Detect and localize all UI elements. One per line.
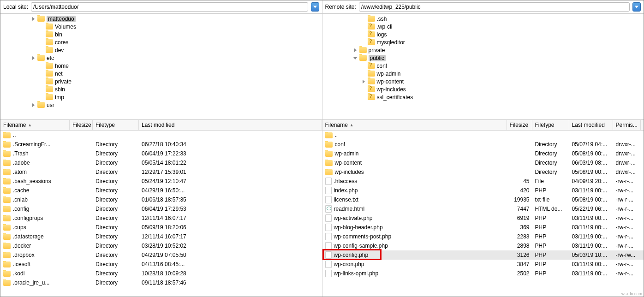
tree-item[interactable]: .ssh: [322, 15, 644, 23]
file-row[interactable]: license.txt19935txt-file05/08/19 00:...-…: [322, 195, 644, 204]
remote-folder-tree[interactable]: .ssh.wp-clilogsmysqleditorprivatepublicc…: [322, 14, 644, 120]
file-row[interactable]: .ScreamingFr...Directory06/27/18 10:40:3…: [0, 140, 322, 149]
expander-icon[interactable]: [361, 24, 366, 29]
file-row[interactable]: .cupsDirectory05/09/19 18:20:06: [0, 223, 322, 232]
tree-item[interactable]: public: [322, 54, 644, 62]
expander-icon[interactable]: [353, 48, 358, 53]
expander-icon[interactable]: [361, 64, 366, 68]
file-row[interactable]: ..: [322, 131, 644, 140]
file-row[interactable]: .bash_sessionsDirectory05/24/19 12:10:47: [0, 177, 322, 186]
tree-item[interactable]: conf: [322, 62, 644, 70]
file-row[interactable]: .oracle_jre_u...Directory09/11/18 18:57:…: [0, 278, 322, 287]
file-row[interactable]: .atomDirectory12/29/17 15:39:01: [0, 167, 322, 177]
expander-icon[interactable]: [39, 87, 44, 92]
col-lastmodified[interactable]: Last modified: [569, 120, 613, 130]
file-type: Directory: [93, 261, 139, 267]
expander-icon[interactable]: [361, 40, 366, 45]
expander-icon[interactable]: [39, 71, 44, 76]
expander-icon[interactable]: [361, 71, 366, 76]
file-row[interactable]: .adobeDirectory05/05/14 18:01:22: [0, 158, 322, 167]
tree-item[interactable]: wp-admin: [322, 70, 644, 77]
local-folder-tree[interactable]: matteoduoVolumesbincoresdevetchomenetpri…: [0, 14, 322, 120]
expander-icon[interactable]: [39, 32, 44, 37]
file-row[interactable]: .dropboxDirectory04/29/19 07:05:50: [0, 250, 322, 260]
remote-list-header[interactable]: Filename▲ Filesize Filetype Last modifie…: [322, 120, 644, 131]
col-filetype[interactable]: Filetype: [532, 120, 569, 130]
tree-item[interactable]: cores: [0, 38, 322, 46]
tree-item[interactable]: bin: [0, 30, 322, 38]
col-filesize[interactable]: Filesize: [70, 120, 93, 130]
expander-icon[interactable]: [31, 17, 36, 21]
file-row[interactable]: wp-includesDirectory05/08/19 00:...drwxr…: [322, 167, 644, 177]
col-lastmodified[interactable]: Last modified: [139, 120, 322, 130]
file-row[interactable]: wp-adminDirectory05/08/19 00:...drwxr-..…: [322, 149, 644, 158]
tree-item[interactable]: dev: [0, 46, 322, 54]
tree-item[interactable]: matteoduo: [0, 15, 322, 23]
tree-item[interactable]: usr: [0, 101, 322, 109]
file-name: wp-activate.php: [334, 215, 373, 221]
tree-item[interactable]: mysqleditor: [322, 38, 644, 46]
file-row[interactable]: wp-contentDirectory06/03/19 08:...drwxr-…: [322, 158, 644, 167]
expander-icon[interactable]: [39, 64, 44, 68]
local-path-dropdown[interactable]: [311, 2, 319, 12]
col-filetype[interactable]: Filetype: [93, 120, 139, 130]
file-row[interactable]: readme.html7447HTML do...05/22/19 06:...…: [322, 204, 644, 214]
file-row[interactable]: wp-activate.php6919PHP03/11/19 00:...-rw…: [322, 214, 644, 223]
tree-item[interactable]: sbin: [0, 85, 322, 93]
file-row[interactable]: wp-config.php3126PHP05/03/19 10:...-rw-r…: [322, 250, 644, 260]
col-filename[interactable]: Filename▲: [322, 120, 507, 130]
tree-item[interactable]: .wp-cli: [322, 23, 644, 30]
file-row[interactable]: wp-blog-header.php369PHP03/11/19 00:...-…: [322, 223, 644, 232]
local-list-header[interactable]: Filename▲ Filesize Filetype Last modifie…: [0, 120, 322, 131]
local-file-rows[interactable]: ...ScreamingFr...Directory06/27/18 10:40…: [0, 131, 322, 297]
file-row[interactable]: .configDirectory06/04/19 17:29:53: [0, 204, 322, 214]
file-row[interactable]: wp-cron.php3847PHP03/11/19 00:...-rw-r-.…: [322, 260, 644, 269]
tree-item[interactable]: Volumes: [0, 23, 322, 30]
expander-icon[interactable]: [361, 17, 366, 21]
expander-icon[interactable]: [39, 48, 44, 53]
expander-icon[interactable]: [39, 24, 44, 29]
expander-icon[interactable]: [361, 87, 366, 92]
file-row[interactable]: wp-comments-post.php2283PHP03/11/19 00:.…: [322, 232, 644, 241]
expander-icon[interactable]: [361, 95, 366, 100]
expander-icon[interactable]: [361, 32, 366, 37]
tree-item[interactable]: logs: [322, 30, 644, 38]
file-row[interactable]: ..: [0, 131, 322, 140]
file-row[interactable]: .cnlabDirectory01/06/18 18:57:35: [0, 195, 322, 204]
file-row[interactable]: .datastorageDirectory12/11/14 16:07:17: [0, 232, 322, 241]
file-row[interactable]: .htaccess45File04/09/19 20:...-rw-r-...: [322, 177, 644, 186]
tree-item[interactable]: private: [0, 77, 322, 85]
file-row[interactable]: confDirectory05/07/19 04:...drwxr-...: [322, 140, 644, 149]
file-row[interactable]: wp-config-sample.php2898PHP03/11/19 00:.…: [322, 241, 644, 250]
tree-item[interactable]: ssl_certificates: [322, 93, 644, 101]
col-filesize[interactable]: Filesize: [507, 120, 532, 130]
file-row[interactable]: .TrashDirectory06/04/19 17:22:33: [0, 149, 322, 158]
tree-item[interactable]: net: [0, 70, 322, 77]
file-row[interactable]: .icesoftDirectory04/13/16 08:45:...: [0, 260, 322, 269]
expander-icon[interactable]: [361, 79, 366, 84]
tree-item[interactable]: etc: [0, 54, 322, 62]
local-path-input[interactable]: [31, 2, 308, 12]
expander-icon[interactable]: [39, 95, 44, 100]
file-row[interactable]: .cacheDirectory04/29/19 16:50:...: [0, 186, 322, 195]
file-row[interactable]: wp-links-opml.php2502PHP03/11/19 00:...-…: [322, 269, 644, 278]
tree-item[interactable]: wp-content: [322, 77, 644, 85]
file-row[interactable]: .kodiDirectory10/28/18 10:09:28: [0, 269, 322, 278]
expander-icon[interactable]: [353, 56, 358, 60]
file-row[interactable]: .dockerDirectory03/28/19 10:52:02: [0, 241, 322, 250]
tree-item[interactable]: private: [322, 46, 644, 54]
tree-item[interactable]: home: [0, 62, 322, 70]
expander-icon[interactable]: [31, 103, 36, 107]
tree-item[interactable]: wp-includes: [322, 85, 644, 93]
col-filename[interactable]: Filename▲: [0, 120, 70, 130]
remote-path-input[interactable]: [359, 2, 630, 12]
remote-file-rows[interactable]: ..confDirectory05/07/19 04:...drwxr-...w…: [322, 131, 644, 297]
tree-item[interactable]: tmp: [0, 93, 322, 101]
expander-icon[interactable]: [39, 79, 44, 84]
expander-icon[interactable]: [31, 56, 36, 60]
file-row[interactable]: .configpropsDirectory12/11/14 16:07:17: [0, 214, 322, 223]
remote-path-dropdown[interactable]: [632, 2, 641, 12]
col-permissions[interactable]: Permis...: [613, 120, 641, 130]
file-row[interactable]: index.php420PHP03/11/19 00:...-rw-r-...: [322, 186, 644, 195]
expander-icon[interactable]: [39, 40, 44, 45]
